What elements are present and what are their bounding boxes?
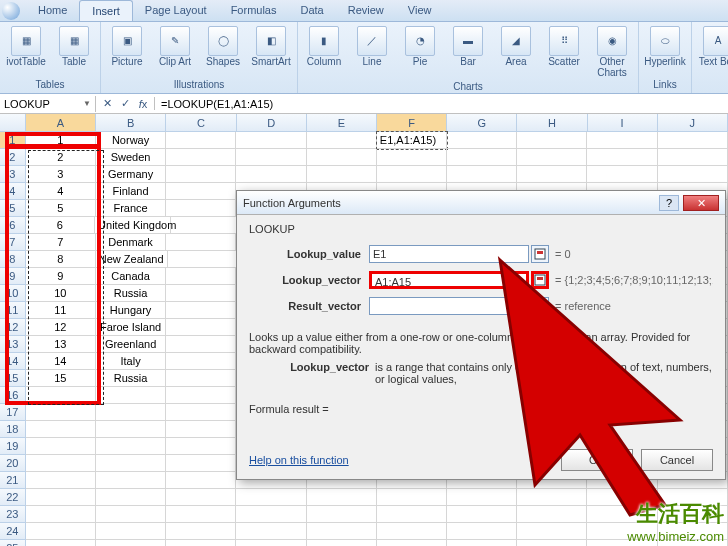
cell[interactable] [517, 540, 587, 546]
cell[interactable] [236, 506, 306, 523]
formula-input[interactable]: =LOOKUP(E1,A1:A15) [155, 96, 728, 112]
enter-formula-icon[interactable]: ✓ [118, 97, 132, 110]
row-header[interactable]: 11 [0, 302, 26, 319]
cell[interactable] [26, 472, 96, 489]
cell[interactable] [236, 489, 306, 506]
row-header[interactable]: 14 [0, 353, 26, 370]
cell[interactable]: 2 [26, 149, 96, 166]
cell[interactable] [447, 149, 517, 166]
row-header[interactable]: 6 [0, 217, 26, 234]
cell[interactable]: E1,A1:A15) [377, 132, 447, 149]
cell[interactable] [587, 166, 657, 183]
cell[interactable]: 14 [26, 353, 96, 370]
cell[interactable] [166, 421, 236, 438]
table-button[interactable]: ▦Table [52, 24, 96, 70]
cell[interactable] [26, 489, 96, 506]
cell[interactable] [447, 132, 517, 149]
fx-icon[interactable]: fx [136, 98, 150, 110]
cell[interactable] [307, 506, 377, 523]
cell[interactable]: 12 [26, 319, 96, 336]
cell[interactable] [166, 472, 236, 489]
cell[interactable] [166, 234, 236, 251]
cell[interactable] [96, 387, 166, 404]
cell[interactable] [166, 302, 236, 319]
bar-chart-button[interactable]: ▬Bar [446, 24, 490, 70]
cell[interactable] [447, 166, 517, 183]
cell[interactable] [166, 523, 236, 540]
row-header[interactable]: 3 [0, 166, 26, 183]
row-header[interactable]: 8 [0, 251, 26, 268]
row-header[interactable]: 19 [0, 438, 26, 455]
cell[interactable]: Sweden [96, 149, 166, 166]
cell[interactable] [26, 540, 96, 546]
cancel-button[interactable]: Cancel [641, 449, 713, 471]
arg-input-lookup-value[interactable]: E1 [369, 245, 529, 263]
cell[interactable] [166, 336, 236, 353]
cell[interactable] [377, 149, 447, 166]
cell[interactable] [236, 149, 306, 166]
cell[interactable] [96, 421, 166, 438]
row-header[interactable]: 4 [0, 183, 26, 200]
cell[interactable] [166, 183, 236, 200]
cell[interactable]: 4 [26, 183, 96, 200]
cell[interactable] [377, 523, 447, 540]
row-header[interactable]: 21 [0, 472, 26, 489]
cancel-formula-icon[interactable]: ✕ [100, 97, 114, 110]
cell[interactable] [447, 489, 517, 506]
other-charts-button[interactable]: ◉Other Charts [590, 24, 634, 80]
cell[interactable]: 10 [26, 285, 96, 302]
cell[interactable] [26, 438, 96, 455]
cell[interactable] [96, 455, 166, 472]
cell[interactable]: Greenland [96, 336, 166, 353]
cell[interactable] [26, 506, 96, 523]
cell[interactable] [26, 455, 96, 472]
dialog-titlebar[interactable]: Function Arguments ? ✕ [237, 191, 725, 215]
cell[interactable]: 15 [26, 370, 96, 387]
cell[interactable] [166, 455, 236, 472]
cell[interactable] [26, 404, 96, 421]
col-header-H[interactable]: H [517, 114, 587, 131]
cell[interactable]: United Kingdom [95, 217, 171, 234]
cell[interactable] [26, 523, 96, 540]
pie-chart-button[interactable]: ◔Pie [398, 24, 442, 70]
col-header-D[interactable]: D [237, 114, 307, 131]
tab-formulas[interactable]: Formulas [219, 0, 289, 21]
cell[interactable] [517, 523, 587, 540]
cell[interactable]: Italy [96, 353, 166, 370]
cell[interactable]: Finland [96, 183, 166, 200]
cell[interactable] [166, 200, 236, 217]
cell[interactable] [168, 251, 238, 268]
cell[interactable]: Hungary [96, 302, 166, 319]
col-header-J[interactable]: J [658, 114, 728, 131]
shapes-button[interactable]: ◯Shapes [201, 24, 245, 70]
cell[interactable] [658, 132, 728, 149]
cell[interactable] [517, 506, 587, 523]
dialog-help-button[interactable]: ? [659, 195, 679, 211]
tab-home[interactable]: Home [26, 0, 79, 21]
line-chart-button[interactable]: ／Line [350, 24, 394, 70]
col-header-F[interactable]: F [377, 114, 447, 131]
scatter-chart-button[interactable]: ⠿Scatter [542, 24, 586, 70]
cell[interactable] [447, 523, 517, 540]
cell[interactable]: France [96, 200, 166, 217]
cell[interactable] [307, 540, 377, 546]
cell[interactable] [377, 506, 447, 523]
cell[interactable] [236, 540, 306, 546]
row-header[interactable]: 1 [0, 132, 26, 149]
cell[interactable] [166, 166, 236, 183]
cell[interactable]: Norway [96, 132, 166, 149]
row-header[interactable]: 23 [0, 506, 26, 523]
cell[interactable] [307, 489, 377, 506]
cell[interactable] [96, 489, 166, 506]
cell[interactable]: Faroe Island [96, 319, 166, 336]
cell[interactable] [166, 387, 236, 404]
tab-page-layout[interactable]: Page Layout [133, 0, 219, 21]
cell[interactable]: Germany [96, 166, 166, 183]
row-header[interactable]: 13 [0, 336, 26, 353]
tab-insert[interactable]: Insert [79, 0, 133, 21]
cell[interactable] [587, 149, 657, 166]
range-picker-lookup-vector[interactable] [531, 271, 549, 289]
cell[interactable] [377, 540, 447, 546]
cell[interactable] [658, 166, 728, 183]
cell[interactable] [171, 217, 241, 234]
